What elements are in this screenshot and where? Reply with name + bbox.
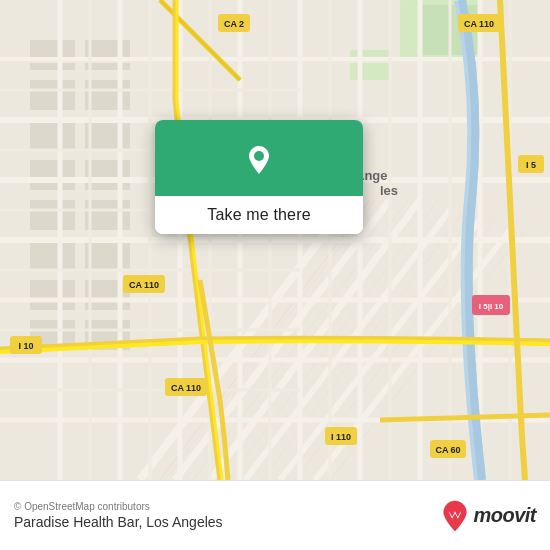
moovit-brand-text: moovit xyxy=(473,504,536,527)
take-me-there-button[interactable]: Take me there xyxy=(155,196,363,234)
svg-text:CA 2: CA 2 xyxy=(224,19,244,29)
footer-info: © OpenStreetMap contributors Paradise He… xyxy=(14,501,223,530)
svg-rect-10 xyxy=(85,120,130,150)
svg-rect-11 xyxy=(30,160,75,190)
location-pin-icon xyxy=(237,138,281,182)
svg-text:CA 110: CA 110 xyxy=(129,280,159,290)
moovit-logo: moovit xyxy=(441,500,536,532)
svg-rect-8 xyxy=(85,80,130,110)
svg-text:I 5|I 10: I 5|I 10 xyxy=(479,302,504,311)
svg-rect-16 xyxy=(85,240,130,270)
svg-rect-14 xyxy=(85,200,130,230)
svg-text:I 110: I 110 xyxy=(331,432,351,442)
svg-rect-6 xyxy=(85,40,130,70)
svg-rect-9 xyxy=(30,120,75,150)
svg-rect-7 xyxy=(30,80,75,110)
svg-text:CA 110: CA 110 xyxy=(171,383,201,393)
map-area: CA 2 CA 110 CA 110 I 10 I 110 CA 110 I 5… xyxy=(0,0,550,480)
svg-text:CA 60: CA 60 xyxy=(435,445,460,455)
svg-rect-13 xyxy=(30,200,75,230)
svg-text:les: les xyxy=(380,183,398,198)
svg-rect-12 xyxy=(85,160,130,190)
place-name: Paradise Health Bar, Los Angeles xyxy=(14,514,223,530)
svg-rect-4 xyxy=(350,50,390,80)
svg-text:I 10: I 10 xyxy=(18,341,33,351)
svg-text:I 5: I 5 xyxy=(526,160,536,170)
location-popup: Take me there xyxy=(155,120,363,234)
moovit-pin-icon xyxy=(441,500,469,532)
svg-point-86 xyxy=(254,151,264,161)
footer-bar: © OpenStreetMap contributors Paradise He… xyxy=(0,480,550,550)
popup-header xyxy=(155,120,363,196)
copyright-text: © OpenStreetMap contributors xyxy=(14,501,223,512)
svg-text:CA 110: CA 110 xyxy=(464,19,494,29)
svg-rect-5 xyxy=(30,40,75,70)
svg-rect-17 xyxy=(30,280,75,310)
svg-rect-15 xyxy=(30,240,75,270)
